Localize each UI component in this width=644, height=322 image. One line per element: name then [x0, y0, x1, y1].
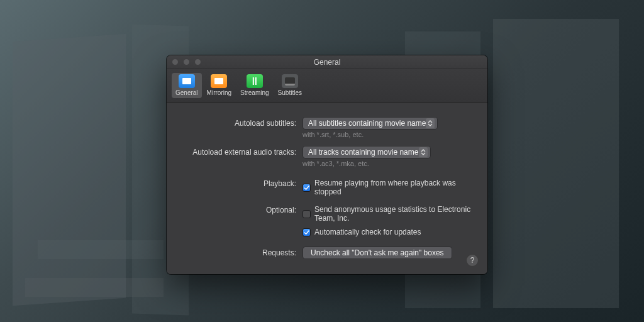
resume-playback-label: Resume playing from where playback was s… [314, 179, 471, 196]
tab-label: Streaming [240, 89, 269, 96]
toolbar: General Mirroring Streaming Subtitles [167, 69, 487, 103]
tab-label: Subtitles [278, 89, 302, 96]
titlebar[interactable]: General [167, 55, 487, 69]
updown-icon [419, 147, 428, 157]
requests-label: Requests: [183, 247, 303, 257]
tab-label: Mirroring [207, 89, 231, 96]
autoload-audio-label: Autoload external audio tracks: [183, 146, 303, 157]
help-icon: ? [470, 256, 475, 265]
general-icon [179, 74, 195, 88]
tab-subtitles[interactable]: Subtitles [274, 73, 306, 98]
mirroring-icon [211, 74, 227, 88]
streaming-icon [247, 74, 263, 88]
autoload-subtitles-select[interactable]: All subtitles containing movie name [303, 117, 438, 130]
button-label: Uncheck all "Don't ask me again" boxes [311, 248, 444, 257]
check-updates-label: Automatically check for updates [314, 228, 421, 236]
autoload-subtitles-hint: with *.srt, *.sub, etc. [303, 131, 471, 138]
playback-label: Playback: [183, 177, 303, 188]
zoom-icon[interactable] [194, 58, 201, 65]
subtitles-icon [282, 74, 298, 88]
close-icon[interactable] [172, 58, 179, 65]
autoload-audio-hint: with *.ac3, *.mka, etc. [303, 160, 471, 167]
select-value: All subtitles containing movie name [308, 119, 426, 128]
updown-icon [426, 118, 435, 128]
send-stats-label: Send anonymous usage statistics to Elect… [314, 205, 471, 223]
check-updates-checkbox[interactable] [303, 228, 311, 236]
optional-label: Optional: [183, 204, 303, 214]
send-stats-checkbox[interactable] [303, 210, 311, 218]
tab-label: General [175, 89, 198, 96]
resume-playback-checkbox[interactable] [303, 184, 311, 192]
content-pane: Autoload subtitles: All subtitles contai… [167, 103, 487, 274]
select-value: All tracks containing movie name [308, 148, 418, 157]
window-controls [172, 58, 201, 65]
tab-general[interactable]: General [172, 73, 202, 98]
tab-streaming[interactable]: Streaming [236, 73, 273, 98]
autoload-audio-select[interactable]: All tracks containing movie name [303, 146, 431, 158]
autoload-subtitles-label: Autoload subtitles: [183, 117, 303, 128]
window-title: General [314, 58, 341, 67]
preferences-window: General General Mirroring Streaming Subt… [167, 55, 487, 274]
help-button[interactable]: ? [466, 254, 479, 267]
minimize-icon[interactable] [183, 58, 190, 65]
tab-mirroring[interactable]: Mirroring [203, 73, 235, 98]
uncheck-all-button[interactable]: Uncheck all "Don't ask me again" boxes [303, 247, 452, 259]
